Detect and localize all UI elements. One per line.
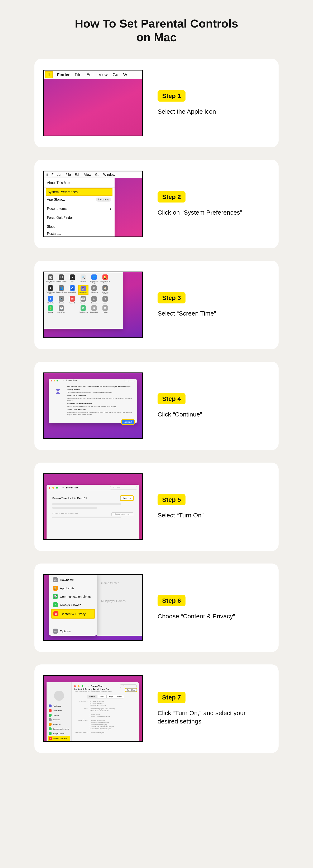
- step-card-7: •App Usage•Notifications•Pickups•Downtim…: [34, 664, 279, 753]
- menu-item-sleep[interactable]: Sleep: [44, 223, 115, 230]
- sidebar-item[interactable]: •Always Allowed: [48, 731, 70, 736]
- pref-icon[interactable]: ↺Time Machine: [78, 305, 88, 313]
- menubar-item[interactable]: View: [84, 173, 91, 177]
- close-dot-icon[interactable]: [49, 487, 50, 489]
- menubar-item[interactable]: Edit: [75, 173, 81, 177]
- restriction-option[interactable]: ☐ Allow Connect with Friends: [90, 722, 137, 724]
- restriction-option[interactable]: ☐ Allow Adding Friends: [90, 719, 137, 722]
- sidebar-item[interactable]: ◐Downtime: [51, 576, 95, 584]
- menubar-item[interactable]: Go: [110, 72, 121, 77]
- pref-icon[interactable]: 🔋Battery: [45, 305, 56, 313]
- sidebar-item[interactable]: •Pickups: [48, 713, 70, 717]
- pref-icon[interactable]: ♿Accessibility: [67, 285, 78, 295]
- minimize-dot-icon[interactable]: [78, 685, 80, 687]
- pref-icon[interactable]: BBluetooth: [45, 296, 56, 304]
- menu-item-system-preferences-highlight[interactable]: System Preferences…: [46, 188, 112, 196]
- tab-content[interactable]: Content: [87, 695, 97, 699]
- pref-icon[interactable]: 🕒Date & Time: [56, 305, 66, 313]
- sidebar-item[interactable]: •Downtime: [48, 717, 70, 722]
- sidebar-item-label: Content & Privacy: [60, 612, 86, 616]
- restriction-option[interactable]: ☐ Allow Private Messaging: [90, 724, 137, 726]
- restriction-option[interactable]: ☐ Allow Profile Privacy Changes: [90, 728, 137, 730]
- pref-icon[interactable]: ■Startup Disk: [89, 305, 99, 313]
- close-dot-icon[interactable]: [51, 380, 52, 381]
- change-passcode-button[interactable]: Change Passcode…: [111, 513, 133, 516]
- sidebar-item[interactable]: 💬Communication Limits: [51, 592, 95, 601]
- close-dot-icon[interactable]: [74, 685, 76, 687]
- sidebar-item[interactable]: ⌛App Limits: [51, 584, 95, 592]
- pref-icon[interactable]: ▣Dock & Menu Bar: [45, 274, 56, 284]
- menu-item-about[interactable]: About This Mac: [44, 179, 115, 186]
- pref-icon[interactable]: ⚙Profiles: [100, 305, 110, 313]
- zoom-dot-icon[interactable]: [56, 487, 58, 489]
- pref-glyph-icon: 🕒: [59, 305, 64, 311]
- sidebar-item-options[interactable]: ⋯ Options: [51, 627, 95, 635]
- pref-icon[interactable]: ●Siri: [67, 274, 78, 284]
- pref-icon[interactable]: ⌨Keyboard: [78, 296, 88, 304]
- minimize-dot-icon[interactable]: [52, 487, 54, 489]
- menubar-app-name[interactable]: Finder: [54, 72, 72, 77]
- sidebar-item[interactable]: •Notifications: [48, 708, 70, 713]
- sidebar-item-content-privacy-highlight[interactable]: ⊘Content & Privacy: [51, 609, 95, 619]
- restriction-option[interactable]: ○ Unrestricted Access: [90, 701, 137, 703]
- pref-icon[interactable]: 🏠Security & Privacy: [100, 285, 110, 295]
- search-input[interactable]: Q Search: [110, 486, 137, 490]
- pref-icon[interactable]: 🔊Sound: [56, 296, 66, 304]
- menubar-item[interactable]: Go: [95, 173, 99, 177]
- pref-icon[interactable]: 🖱Mouse: [100, 296, 110, 304]
- pref-icon[interactable]: ❐Mission Control: [56, 274, 66, 284]
- tab-other[interactable]: Other: [115, 695, 124, 699]
- step-badge: Step 2: [158, 191, 186, 203]
- zoom-dot-icon[interactable]: [57, 380, 58, 381]
- step-badge: Step 6: [158, 595, 186, 606]
- menubar-item[interactable]: Edit: [84, 72, 96, 77]
- pref-icon[interactable]: □Trackpad: [89, 296, 99, 304]
- restriction-option[interactable]: ○ Allowed Websites Only: [90, 704, 137, 706]
- turn-off-button-highlight[interactable]: Turn Off…: [125, 688, 137, 691]
- apple-icon[interactable]: : [47, 173, 48, 177]
- pref-icon[interactable]: 🌐Language & Region: [89, 274, 99, 284]
- minimize-dot-icon[interactable]: [54, 380, 55, 381]
- sidebar-item[interactable]: ✓Always Allowed: [51, 601, 95, 609]
- search-input[interactable]: Q: [124, 379, 135, 382]
- pref-icon[interactable]: 👥Users & Groups: [56, 285, 66, 295]
- restriction-option[interactable]: ☐ Allow Avatar & Nickname Changes: [90, 726, 137, 728]
- tab-apps[interactable]: Apps: [107, 695, 115, 699]
- restriction-option[interactable]: ☐ Web Search Content in Siri: [90, 710, 137, 712]
- restriction-option[interactable]: ☐ Music Profiles: [90, 714, 137, 716]
- apple-menu-highlight[interactable]: : [45, 71, 53, 79]
- restriction-option[interactable]: ○ Limit Adult Websites: [90, 703, 137, 704]
- pref-icon[interactable]: ◎Touch ID: [67, 296, 78, 304]
- intro-section-heading: Downtime & App Limits: [67, 394, 134, 397]
- zoom-dot-icon[interactable]: [82, 685, 83, 687]
- pref-icon[interactable]: 🔔Notifications & Focus: [100, 274, 110, 284]
- menu-item-restart[interactable]: Restart…: [44, 230, 115, 237]
- menubar-app-name[interactable]: Finder: [52, 173, 62, 177]
- continue-button-highlight[interactable]: Continue: [122, 420, 134, 424]
- pref-icon-screen-time-highlight[interactable]: ⌛Screen Time: [78, 285, 88, 295]
- apple-icon: : [48, 72, 50, 78]
- restriction-option[interactable]: ☐ Explicit Language in Siri & Dictionary: [90, 708, 137, 710]
- tab-stores[interactable]: Stores: [97, 695, 107, 699]
- menubar-item[interactable]: W: [121, 72, 130, 77]
- restriction-option[interactable]: ☐ Music & TV Shared Libraries: [90, 716, 137, 718]
- sidebar-item[interactable]: •Communication Limits: [48, 726, 70, 731]
- menu-item-force-quit[interactable]: Force Quit Finder: [44, 214, 115, 221]
- turn-on-button-highlight[interactable]: Turn On: [120, 496, 133, 500]
- search-input[interactable]: Q: [120, 684, 137, 688]
- sidebar-item-content-privacy-highlight[interactable]: •Content & Privacy: [48, 736, 70, 741]
- restriction-option[interactable]: ☐ Allow with Everyone: [90, 732, 137, 734]
- menubar-item[interactable]: Window: [103, 173, 115, 177]
- sidebar-item[interactable]: •App Limits: [48, 722, 70, 726]
- menu-item-recent[interactable]: Recent Items ›: [44, 205, 115, 212]
- menubar-item[interactable]: File: [72, 72, 84, 77]
- passcode-checkbox[interactable]: ☐ Use Screen Time Passcode Change Passco…: [52, 513, 133, 515]
- menubar-item[interactable]: File: [65, 173, 71, 177]
- pref-icon[interactable]: 🔍Spotlight: [78, 274, 88, 284]
- step-card-4: ‹ › Screen Time Q ⧗ Get insights about y…: [34, 362, 279, 450]
- sidebar-item[interactable]: •App Usage: [48, 704, 70, 708]
- pref-icon[interactable]: ⚙Extensions: [89, 285, 99, 295]
- menubar-item[interactable]: View: [96, 72, 110, 77]
- menu-item-app-store[interactable]: App Store… 5 updates: [44, 196, 115, 203]
- pref-icon[interactable]: ■Wallet & Apple Pay: [45, 285, 56, 295]
